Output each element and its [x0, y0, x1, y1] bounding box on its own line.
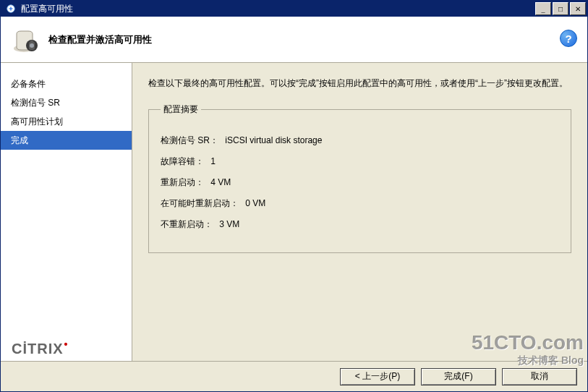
- titlebar: 配置高可用性 _ □ ✕: [1, 1, 587, 17]
- back-button[interactable]: < 上一步(P): [340, 368, 415, 385]
- sidebar-item-label: 必备条件: [11, 79, 46, 89]
- summary-label: 不重新启动：: [161, 218, 213, 231]
- sidebar-item-label: 检测信号 SR: [11, 98, 60, 108]
- summary-row-heartbeat: 检测信号 SR： iSCSI virtual disk storage: [161, 135, 559, 147]
- summary-row-restart: 重新启动： 4 VM: [161, 176, 559, 189]
- summary-value: 4 VM: [210, 177, 231, 187]
- summary-row-no-restart: 不重新启动： 3 VM: [161, 218, 559, 231]
- summary-label: 检测信号 SR：: [161, 135, 218, 147]
- instruction-text: 检查以下最终的高可用性配置。可以按“完成”按钮启用此配置中的高可用性，或者使用“…: [148, 76, 571, 90]
- maximize-button[interactable]: □: [553, 2, 568, 15]
- header-band: 检查配置并激活高可用性 ?: [1, 17, 587, 63]
- sidebar-item-finish[interactable]: 完成: [1, 131, 132, 150]
- window-controls: _ □ ✕: [534, 2, 586, 15]
- sidebar-item-heartbeat-sr[interactable]: 检测信号 SR: [1, 93, 132, 112]
- cancel-button[interactable]: 取消: [502, 368, 577, 385]
- wizard-icon: [11, 25, 40, 54]
- summary-legend: 配置摘要: [161, 103, 201, 116]
- footer-buttons: < 上一步(P) 完成(F) 取消: [1, 361, 587, 391]
- summary-label: 重新启动：: [161, 176, 204, 189]
- summary-groupbox: 配置摘要 检测信号 SR： iSCSI virtual disk storage…: [148, 103, 571, 253]
- sidebar-item-label: 高可用性计划: [11, 116, 63, 127]
- svg-point-3: [30, 43, 34, 48]
- page-title: 检查配置并激活高可用性: [48, 33, 152, 46]
- app-icon: [5, 3, 17, 14]
- minimize-button[interactable]: _: [535, 2, 551, 15]
- summary-label: 故障容错：: [161, 155, 204, 168]
- summary-row-tolerance: 故障容错： 1: [161, 155, 559, 168]
- summary-label: 在可能时重新启动：: [161, 197, 239, 210]
- summary-value: iSCSI virtual disk storage: [225, 135, 322, 145]
- summary-row-restart-if-possible: 在可能时重新启动： 0 VM: [161, 197, 559, 210]
- citrix-logo: CİTRIX•: [12, 341, 68, 357]
- close-button[interactable]: ✕: [570, 2, 586, 15]
- main-panel: 检查以下最终的高可用性配置。可以按“完成”按钮启用此配置中的高可用性，或者使用“…: [132, 63, 587, 361]
- dialog-window: 配置高可用性 _ □ ✕ 检查配置并激活高可用性 ? 必备条件 检测信号 SR …: [0, 0, 588, 392]
- summary-value: 3 VM: [219, 219, 239, 229]
- body: 必备条件 检测信号 SR 高可用性计划 完成 检查以下最终的高可用性配置。可以按…: [1, 63, 587, 361]
- finish-button[interactable]: 完成(F): [421, 368, 496, 385]
- sidebar-item-label: 完成: [11, 135, 28, 145]
- summary-value: 1: [210, 156, 216, 166]
- summary-value: 0 VM: [245, 198, 265, 208]
- help-icon[interactable]: ?: [560, 30, 577, 47]
- sidebar-item-prerequisites[interactable]: 必备条件: [1, 74, 132, 93]
- sidebar-item-ha-plan[interactable]: 高可用性计划: [1, 112, 132, 131]
- wizard-steps-sidebar: 必备条件 检测信号 SR 高可用性计划 完成: [1, 63, 132, 361]
- window-title: 配置高可用性: [20, 3, 534, 15]
